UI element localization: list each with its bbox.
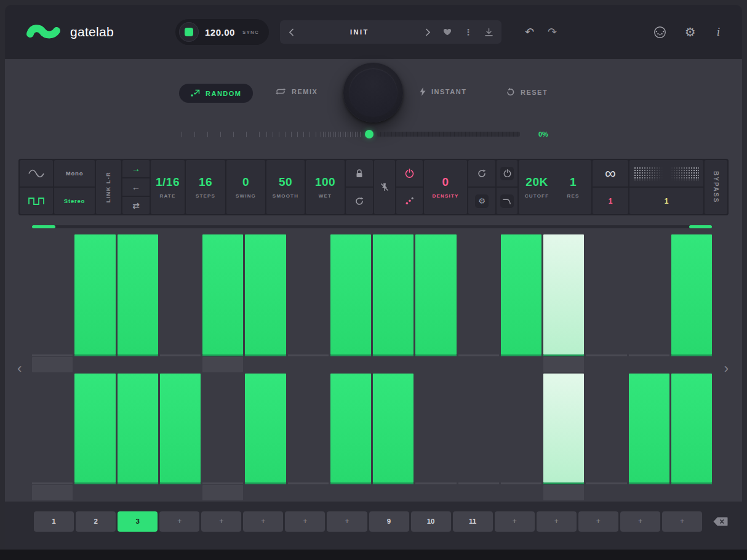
gate-bar[interactable] (118, 234, 158, 354)
pattern-slot-2[interactable]: 2 (76, 511, 116, 532)
resonance-control[interactable]: 1 RES (555, 160, 591, 214)
pin-toggle-button[interactable] (374, 160, 395, 214)
slider-handle[interactable] (365, 130, 374, 138)
gate-bar-zone[interactable] (245, 234, 286, 354)
step-handle-zone[interactable] (118, 485, 158, 500)
gate-bar-zone[interactable] (202, 374, 243, 482)
seq-step-6[interactable] (245, 234, 286, 372)
step-handle-zone[interactable] (629, 485, 669, 500)
gate-bar-zone[interactable] (543, 374, 584, 482)
step-handle-zone[interactable] (74, 485, 115, 500)
gate-bar[interactable] (330, 374, 371, 482)
seq-step-4[interactable] (160, 374, 201, 500)
loop-count-control[interactable]: 1 (593, 186, 628, 214)
cutoff-control[interactable]: 20K CUTOFF (519, 160, 555, 214)
gate-bar-zone[interactable] (202, 234, 243, 354)
wave-sine-button[interactable] (20, 160, 53, 186)
reseed-button[interactable] (468, 160, 495, 186)
gate-bar[interactable] (245, 234, 286, 354)
gate-bar-zone[interactable] (74, 374, 115, 482)
step-handle-zone[interactable] (543, 485, 584, 500)
gate-bar[interactable] (160, 374, 201, 482)
direction-pingpong-button[interactable]: ⇄ (122, 196, 150, 214)
step-handle-zone[interactable] (543, 357, 584, 372)
gate-bar-zone[interactable] (160, 374, 201, 482)
seq-step-7[interactable] (288, 234, 329, 372)
pattern-slot-6[interactable]: + (243, 511, 283, 532)
seq-step-13[interactable] (543, 234, 584, 372)
gate-bar[interactable] (373, 374, 413, 482)
density-settings-button[interactable]: ⚙ (468, 186, 495, 214)
pattern-slot-7[interactable]: + (285, 511, 325, 532)
seq-step-14[interactable] (586, 374, 626, 500)
seq-step-9[interactable] (373, 374, 413, 500)
smooth-control[interactable]: 50 SMOOTH (266, 160, 305, 214)
stereo-button[interactable]: Stereo (54, 186, 95, 214)
seq-step-1[interactable] (32, 234, 73, 372)
step-handle-zone[interactable] (330, 357, 371, 372)
pattern-slot-16[interactable]: + (662, 511, 702, 532)
step-handle-zone[interactable] (458, 357, 499, 372)
gate-bar-zone[interactable] (415, 234, 456, 354)
gate-bar[interactable] (202, 234, 243, 354)
step-handle[interactable] (32, 485, 73, 500)
step-handle-zone[interactable] (288, 485, 329, 500)
seq-step-10[interactable] (415, 374, 456, 500)
gate-bar[interactable] (74, 374, 115, 482)
pattern-slot-8[interactable]: + (327, 511, 367, 532)
lock-button[interactable] (346, 160, 373, 186)
seq-step-15[interactable] (629, 374, 669, 500)
step-handle[interactable] (543, 485, 584, 500)
playhead-track[interactable] (32, 225, 712, 228)
gate-bar[interactable] (501, 234, 541, 354)
step-handle-zone[interactable] (202, 485, 243, 500)
step-handle-zone[interactable] (501, 357, 541, 372)
step-handle-zone[interactable] (74, 357, 115, 372)
mono-button[interactable]: Mono (54, 160, 95, 186)
pattern-slot-9[interactable]: 9 (369, 511, 409, 532)
randomizer-knob[interactable] (343, 63, 403, 122)
step-handle-zone[interactable] (160, 357, 201, 372)
regenerate-button[interactable] (346, 186, 373, 214)
step-handle-zone[interactable] (373, 357, 413, 372)
gate-bar-zone[interactable] (586, 374, 626, 482)
preset-prev-button[interactable] (289, 28, 294, 36)
seq-step-3[interactable] (118, 374, 158, 500)
gate-bar[interactable] (373, 234, 413, 354)
seq-step-3[interactable] (118, 234, 158, 372)
step-handle-zone[interactable] (245, 357, 286, 372)
gate-bar-zone[interactable] (501, 234, 541, 354)
swing-control[interactable]: 0 SWING (226, 160, 265, 214)
gate-bar-zone[interactable] (373, 234, 413, 354)
reset-button[interactable]: RESET (506, 87, 548, 97)
save-preset-button[interactable] (485, 28, 493, 36)
gate-bar-zone[interactable] (32, 374, 73, 482)
preset-next-button[interactable] (425, 28, 431, 36)
gate-bar-zone[interactable] (671, 374, 712, 482)
step-handle-zone[interactable] (671, 357, 712, 372)
seq-step-8[interactable] (330, 374, 371, 500)
wave-square-button[interactable] (20, 186, 53, 214)
filter-power-button[interactable] (497, 160, 517, 186)
gate-bar-zone[interactable] (330, 374, 371, 482)
step-handle-zone[interactable] (330, 485, 371, 500)
favorite-button[interactable] (443, 28, 452, 36)
gate-bar-zone[interactable] (629, 234, 669, 354)
gate-bar-zone[interactable] (118, 234, 158, 354)
scroll-right-button[interactable]: › (724, 362, 729, 375)
gate-bar[interactable] (74, 234, 115, 354)
step-handle-zone[interactable] (501, 485, 541, 500)
random-mode-button[interactable]: RANDOM (179, 84, 253, 103)
seq-step-11[interactable] (458, 374, 499, 500)
seq-step-11[interactable] (458, 234, 499, 372)
seq-step-14[interactable] (586, 234, 626, 372)
gate-bar-zone[interactable] (74, 234, 115, 354)
gate-bar-zone[interactable] (245, 374, 286, 482)
step-handle-zone[interactable] (458, 485, 499, 500)
gate-bar-zone[interactable] (501, 374, 541, 482)
infinite-loop-button[interactable]: ∞ (593, 160, 628, 186)
seq-step-8[interactable] (330, 234, 371, 372)
variation-count-control[interactable]: 1 (629, 186, 703, 214)
gate-bar[interactable] (629, 374, 669, 482)
pattern-slot-11[interactable]: 11 (453, 511, 493, 532)
